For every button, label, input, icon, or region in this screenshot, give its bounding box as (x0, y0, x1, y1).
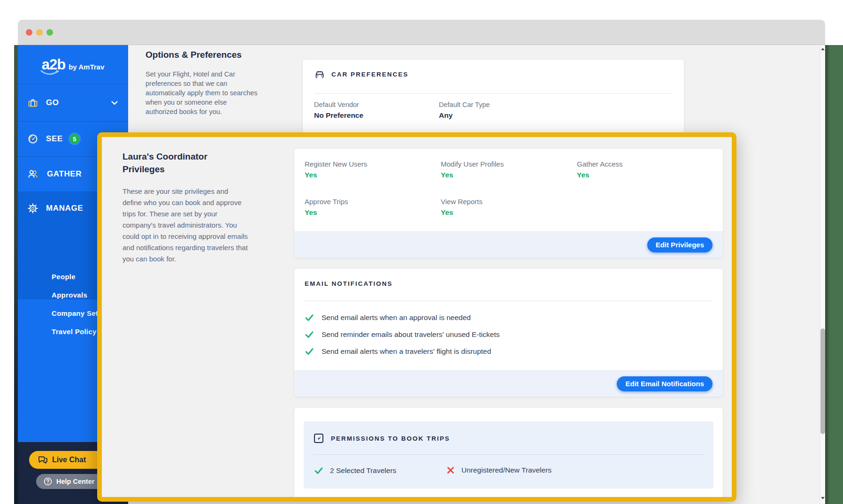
sidebar-item-label: SEE (46, 134, 63, 144)
check-icon (314, 466, 323, 475)
briefcase-icon (27, 97, 38, 108)
live-chat-label: Live Chat (52, 456, 86, 464)
coordinator-privileges-spotlight: Laura's Coordinator Privileges These are… (97, 132, 736, 502)
sidebar-item-travel-policy[interactable]: Travel Policy (52, 328, 97, 336)
default-vendor-value: No Preference (314, 111, 363, 120)
permissions-allowed-text: 2 Selected Travelers (330, 466, 396, 475)
scroll-down-arrow-icon[interactable] (821, 497, 825, 499)
x-icon (446, 466, 455, 474)
permissions-card: PERMISSIONS TO BOOK TRIPS 2 Selected Tra… (294, 408, 723, 500)
permissions-title: PERMISSIONS TO BOOK TRIPS (331, 435, 450, 442)
privilege-approve-trips: Approve Trips Yes (305, 198, 348, 217)
default-car-type-label: Default Car Type (439, 101, 490, 108)
privilege-label: View Reports (441, 198, 483, 206)
logo-wordmark: a2b (42, 57, 65, 72)
check-icon (305, 313, 314, 322)
gear-icon (27, 203, 38, 214)
default-vendor-label: Default Vendor (314, 101, 363, 108)
gauge-icon (27, 133, 38, 145)
check-icon (305, 330, 314, 339)
privilege-view-reports: View Reports Yes (441, 198, 483, 217)
sidebar-item-people[interactable]: People (52, 273, 76, 281)
email-notification-text: Send email alerts when an approval is ne… (322, 313, 471, 322)
email-notification-item: Send reminder emails about travelers' un… (305, 330, 499, 339)
vertical-scrollbar[interactable] (820, 45, 825, 504)
privilege-label: Approve Trips (305, 198, 348, 206)
privilege-value: Yes (305, 171, 367, 179)
edit-privileges-button[interactable]: Edit Privileges (647, 237, 713, 252)
privilege-modify-user-profiles: Modify User Profiles Yes (441, 160, 504, 179)
logo-byline: by AmTrav (69, 63, 104, 71)
chat-bubbles-icon (38, 455, 48, 465)
page-description: Set your Flight, Hotel and Car preferenc… (146, 69, 261, 116)
sidebar-item-label: GO (46, 98, 59, 107)
privileges-card: Register New Users Yes Modify User Profi… (294, 149, 723, 258)
permissions-inset-panel: PERMISSIONS TO BOOK TRIPS 2 Selected Tra… (304, 421, 713, 489)
privilege-value: Yes (441, 208, 483, 217)
page-title: Options & Preferences (146, 50, 242, 60)
email-notification-item: Send email alerts when a travelers' flig… (305, 347, 491, 356)
ticket-send-icon (313, 433, 324, 444)
car-icon (314, 69, 325, 79)
email-notifications-title: EMAIL NOTIFICATIONS (305, 280, 393, 287)
privilege-label: Register New Users (305, 160, 367, 168)
permissions-allowed-item: 2 Selected Travelers (314, 466, 396, 475)
permissions-denied-item: Unregistered/New Travelers (446, 466, 552, 474)
privilege-value: Yes (577, 171, 623, 179)
privileges-card-footer: Edit Privileges (294, 231, 723, 258)
email-notification-text: Send reminder emails about travelers' un… (322, 330, 499, 339)
screenshot-stage: a2b by AmTrav GO (0, 0, 843, 504)
permissions-denied-text: Unregistered/New Travelers (461, 466, 552, 474)
email-notification-text: Send email alerts when a travelers' flig… (322, 347, 491, 356)
email-notifications-card: EMAIL NOTIFICATIONS Send email alerts wh… (294, 269, 723, 397)
edit-email-notifications-button[interactable]: Edit Email Notifications (617, 376, 713, 391)
car-preferences-title: CAR PREFERENCES (331, 71, 408, 78)
window-titlebar (18, 20, 825, 45)
privilege-value: Yes (305, 208, 348, 217)
check-icon (305, 347, 314, 356)
see-count-badge: 5 (69, 134, 80, 144)
default-car-type-value: Any (439, 111, 490, 120)
sidebar-item-label: GATHER (47, 169, 82, 179)
sidebar-item-label: MANAGE (46, 204, 83, 213)
divider (313, 454, 704, 455)
privilege-value: Yes (441, 171, 504, 179)
help-center-button[interactable]: Help Center (36, 474, 107, 489)
scroll-up-arrow-icon[interactable] (821, 48, 825, 50)
live-chat-button[interactable]: Live Chat (29, 451, 105, 469)
privilege-label: Modify User Profiles (441, 160, 504, 168)
people-icon (27, 168, 39, 180)
privilege-register-new-users: Register New Users Yes (305, 160, 367, 179)
email-notifications-card-footer: Edit Email Notifications (294, 370, 723, 397)
divider (314, 93, 673, 94)
email-notification-item: Send email alerts when an approval is ne… (305, 313, 471, 322)
sidebar-item-approvals[interactable]: Approvals (52, 291, 87, 299)
spotlight-description: These are your site privileges and defin… (123, 186, 248, 265)
window-shadow-right (825, 45, 830, 504)
privilege-label: Gather Access (577, 160, 623, 168)
app-logo[interactable]: a2b by AmTrav (18, 45, 128, 84)
help-center-label: Help Center (56, 478, 94, 485)
scrollbar-thumb[interactable] (820, 328, 825, 434)
close-button[interactable] (26, 29, 32, 36)
logo-swoosh-icon (40, 69, 60, 76)
divider (305, 301, 713, 301)
question-circle-icon (44, 477, 52, 486)
privilege-gather-access: Gather Access Yes (577, 160, 623, 179)
spotlight-heading: Laura's Coordinator Privileges (123, 150, 228, 176)
zoom-button[interactable] (46, 29, 53, 36)
sidebar-item-go[interactable]: GO (18, 84, 128, 122)
chevron-down-icon (109, 98, 120, 108)
minimize-button[interactable] (36, 29, 43, 36)
